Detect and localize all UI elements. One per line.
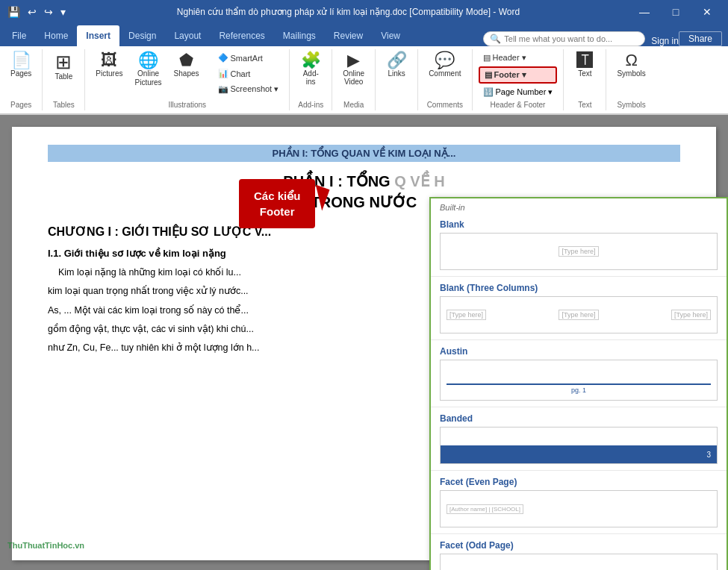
redo-button[interactable]: ↪ [43,4,55,19]
tell-me-box[interactable]: 🔍 [483,31,645,46]
save-button[interactable]: 💾 [6,4,22,19]
title-bar: 💾 ↩ ↪ ▾ Nghiên cứu thẩm dò phương pháp x… [0,0,728,24]
smartart-icon: 🔷 [218,53,228,63]
page-number-icon: 🔢 [483,87,494,97]
footer-option-facet-odd[interactable]: Facet (Odd Page) [DOCUMENT TITLE] | [Doc… [431,534,727,570]
footer-option-banded[interactable]: Banded 3 [431,407,727,471]
hf-col: ▤ Header ▾ ▤ Footer ▾ 🔢 Page Number ▾ [479,51,558,99]
comments-group-label: Comments [427,101,463,109]
footer-option-blank-three-col[interactable]: Blank (Three Columns) [Type here] [Type … [431,277,727,340]
online-pictures-button[interactable]: 🌐 Online Pictures [130,51,166,89]
text-box-button[interactable]: 🆃 Text [570,51,600,79]
ribbon-group-media: ▶ OnlineVideo Media [332,49,376,110]
watermark: ThuThuatTinHoc.vn [12,541,84,550]
footer-option-facet-odd-preview: [DOCUMENT TITLE] | [Document subtitle] [440,554,718,570]
illustrations-group-label: Illustrations [169,101,207,109]
undo-button[interactable]: ↩ [26,4,38,19]
customize-quick-access-button[interactable]: ▾ [59,4,67,19]
header-button[interactable]: ▤ Header ▾ [479,51,558,65]
chart-button[interactable]: 📊 Chart [214,66,284,81]
maximize-button[interactable]: □ [661,1,691,22]
tab-design[interactable]: Design [119,25,165,46]
ribbon-group-headerfooter: ▤ Header ▾ ▤ Footer ▾ 🔢 Page Number ▾ He… [473,49,564,110]
pages-icon: 📄 [11,52,31,69]
textbox-icon: 🆃 [576,52,593,69]
close-button[interactable]: ✕ [692,1,722,22]
ribbon-group-text: 🆃 Text Text [564,49,606,110]
illustrations-col: 🔷 SmartArt 📊 Chart 📷 Screenshot ▾ [214,51,284,96]
links-icon: 🔗 [387,52,407,69]
chart-icon: 📊 [218,69,228,78]
tables-group-label: Tables [53,101,75,109]
callout: Các kiểu Footer [239,179,315,228]
footer-option-austin[interactable]: Austin pg. 1 [431,340,727,407]
minimize-button[interactable]: — [629,1,659,22]
media-group-label: Media [343,101,364,109]
pictures-icon: 🖼 [101,52,117,69]
main-area: PHẦN I: TỔNG QUAN VỀ KIM LOẠI NẶ... PHẦN… [0,115,728,570]
tab-file[interactable]: File [3,25,35,46]
table-button[interactable]: ⊞ Table [49,51,78,82]
text-group-label: Text [578,101,591,109]
tab-view[interactable]: View [372,25,409,46]
online-video-button[interactable]: ▶ OnlineVideo [338,51,369,87]
footer-option-three-col-preview: [Type here] [Type here] [Type here] [440,296,718,333]
symbols-group-label: Symbols [617,101,645,109]
banded-bar: 3 [441,445,717,463]
footer-option-austin-preview: pg. 1 [440,360,718,401]
header-icon: ▤ [483,53,491,63]
screenshot-button[interactable]: 📷 Screenshot ▾ [214,82,284,96]
smartart-button[interactable]: 🔷 SmartArt [214,51,284,65]
footer-icon: ▤ [485,70,492,80]
links-button[interactable]: 🔗 Links [382,51,411,79]
dropdown-section-title: Built-in [431,198,727,213]
doc-highlight: PHẦN I: TỔNG QUAN VỀ KIM LOẠI NẶ... [48,145,680,162]
sign-in-button[interactable]: Sign in [651,36,679,46]
page-number-button[interactable]: 🔢 Page Number ▾ [479,85,558,99]
pictures-button[interactable]: 🖼 Pictures [91,51,127,79]
screenshot-icon: 📷 [218,84,228,94]
pages-button[interactable]: 📄 Pages [6,51,36,79]
ribbon: File Home Insert Design Layout Reference… [0,24,728,115]
window-controls: — □ ✕ [629,1,722,22]
austin-line: pg. 1 [447,383,711,394]
symbols-button[interactable]: Ω Symbols [612,51,650,79]
tell-me-input[interactable] [504,34,638,43]
ribbon-group-tables: ⊞ Table Tables [43,49,85,110]
video-icon: ▶ [347,52,360,69]
tab-review[interactable]: Review [325,25,372,46]
footer-option-facet-even[interactable]: Facet (Even Page) [Author name] | [SCHOO… [431,471,727,534]
tab-insert[interactable]: Insert [77,25,119,46]
footer-option-blank[interactable]: Blank [Type here] [431,213,727,277]
shapes-button[interactable]: ⬟ Shapes [169,51,204,79]
tab-layout[interactable]: Layout [165,25,210,46]
ribbon-group-pages: 📄 Pages Pages [0,49,43,110]
footer-option-austin-name: Austin [440,346,718,357]
footer-option-facet-odd-name: Facet (Odd Page) [440,540,718,551]
tab-home[interactable]: Home [35,25,77,46]
ribbon-group-addins: 🧩 Add-ins Add-ins [290,49,332,110]
share-button[interactable]: Share [679,31,722,46]
footer-option-facet-even-preview: [Author name] | [SCHOOL] [440,490,718,527]
ribbon-group-comments: 💬 Comment Comments [418,49,472,110]
tab-references[interactable]: References [210,25,273,46]
tab-mailings[interactable]: Mailings [274,25,325,46]
footer-dropdown-panel[interactable]: Built-in Blank [Type here] Blank (Three … [429,197,728,570]
pages-group-label: Pages [10,101,31,109]
footer-button[interactable]: ▤ Footer ▾ [479,66,558,84]
addins-group-label: Add-ins [298,101,323,109]
comment-button[interactable]: 💬 Comment [424,51,465,79]
footer-option-blank-three-col-name: Blank (Three Columns) [440,283,718,293]
ribbon-group-illustrations: 🖼 Pictures 🌐 Online Pictures ⬟ Shapes 🔷 … [85,49,290,110]
comment-icon: 💬 [435,52,455,69]
callout-box: Các kiểu Footer [239,179,315,228]
online-pictures-icon: 🌐 [138,52,158,69]
addins-button[interactable]: 🧩 Add-ins [296,51,326,87]
footer-option-banded-name: Banded [440,413,718,424]
search-icon: 🔍 [490,34,501,44]
quick-access-toolbar: 💾 ↩ ↪ ▾ [6,4,67,19]
footer-option-facet-even-name: Facet (Even Page) [440,477,718,487]
footer-option-blank-preview: [Type here] [440,233,718,270]
ribbon-group-links: 🔗 Links [376,49,418,110]
shapes-icon: ⬟ [179,52,193,69]
